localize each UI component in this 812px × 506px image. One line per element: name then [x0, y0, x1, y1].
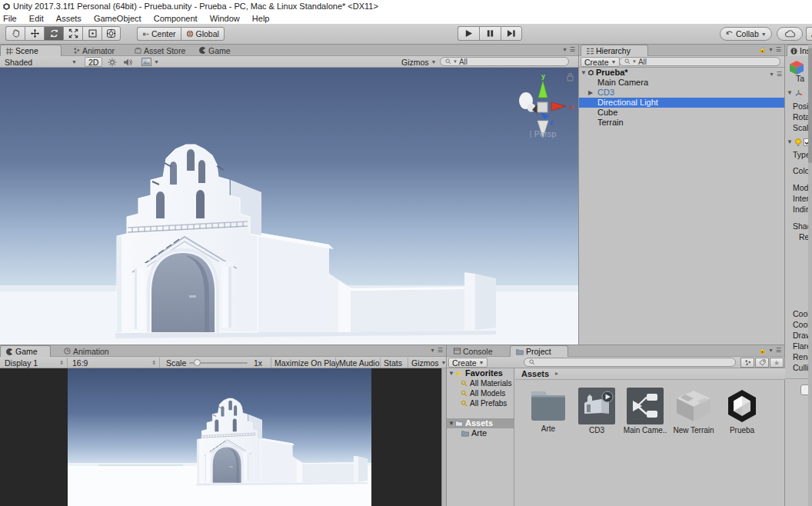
menu-component[interactable]: Component: [151, 13, 205, 24]
game-gizmos-dropdown[interactable]: Gizmos▼: [408, 358, 450, 368]
scene-effects-dropdown[interactable]: ▼: [138, 57, 162, 67]
favorite-all-materials[interactable]: All Materials: [447, 378, 514, 388]
scene-panel-menu-icon[interactable]: ▾ ☰: [564, 46, 576, 53]
scene-audio-button[interactable]: [123, 58, 132, 67]
scene-gizmos-dropdown[interactable]: Gizmos ▼: [398, 57, 440, 67]
stats-button[interactable]: Stats: [380, 358, 405, 368]
menu-file[interactable]: File: [0, 13, 24, 24]
step-button[interactable]: [501, 26, 522, 41]
gizmo-x-label: x: [570, 103, 574, 111]
project-toolbar: Create ▼ ★: [447, 357, 784, 368]
scrollbar-thumb[interactable]: [808, 48, 812, 163]
favorites-root[interactable]: ▼ ★ Favorites: [447, 368, 514, 378]
draw-mode-dropdown[interactable]: Shaded ▼: [2, 57, 80, 67]
search-filter-caret-icon: ▼: [453, 59, 458, 64]
favorite-all-prefabs[interactable]: All Prefabs: [447, 398, 514, 408]
maximize-on-play-button[interactable]: Maximize On Play: [271, 358, 343, 368]
asset-prueba-scene[interactable]: Prueba: [720, 388, 764, 434]
assets-child-arte[interactable]: Arte: [447, 428, 514, 438]
move-tool-button[interactable]: [25, 26, 44, 41]
scale-slider-track[interactable]: [189, 362, 248, 364]
search-by-label-button[interactable]: [755, 358, 769, 368]
hierarchy-panel-menu[interactable]: 🔒 ▾ ☰: [758, 46, 782, 53]
collab-button[interactable]: Collab ▼: [720, 27, 772, 41]
menu-gameobject[interactable]: GameObject: [91, 13, 148, 24]
scene-viewport[interactable]: y x z ⟨ Persp: [0, 68, 578, 345]
gizmo-x-axis-cone[interactable]: [551, 102, 566, 111]
tab-animator[interactable]: Animator: [68, 45, 120, 56]
inspector-scrollbar[interactable]: [808, 45, 812, 506]
hierarchy-item-cd3[interactable]: ▶ CD3: [579, 88, 785, 98]
tab-project[interactable]: Project: [510, 345, 568, 357]
toggle-2d-button[interactable]: 2D: [85, 57, 102, 67]
favorite-all-models[interactable]: All Models: [447, 388, 514, 398]
asset-cd3[interactable]: CD3: [574, 388, 619, 434]
project-search-input[interactable]: [524, 358, 736, 367]
light-foldout-icon[interactable]: ▼: [787, 138, 793, 145]
transform-tool-button[interactable]: [102, 26, 121, 41]
tab-scene[interactable]: Scene: [0, 45, 62, 56]
asset-arte[interactable]: Arte: [526, 388, 571, 433]
scene-lighting-button[interactable]: [108, 58, 117, 67]
tab-game-top[interactable]: Game: [194, 45, 236, 56]
caret-down-icon: ▼: [479, 360, 484, 365]
menu-edit[interactable]: Edit: [26, 13, 51, 24]
favorite-search-button[interactable]: ★: [770, 358, 784, 368]
hierarchy-scene-root[interactable]: ▼ Prueba* ▾ ☰: [579, 68, 785, 78]
hierarchy-item-terrain[interactable]: Terrain: [579, 118, 785, 128]
hierarchy-item-main-camera[interactable]: Main Camera: [579, 78, 785, 88]
foldout-open-icon[interactable]: ▼: [581, 68, 587, 78]
cloud-button[interactable]: [777, 27, 803, 41]
hierarchy-item-directional-light[interactable]: Directional Light: [579, 98, 785, 108]
game-viewport-area[interactable]: [0, 368, 446, 506]
gizmo-y-axis-cone[interactable]: [538, 81, 547, 98]
display-dropdown[interactable]: Display 1 ⇕: [2, 358, 68, 368]
tab-console[interactable]: Console: [448, 345, 498, 357]
account-button[interactable]: A: [806, 27, 812, 41]
rotation-global-button[interactable]: Global: [181, 27, 225, 41]
project-create-dropdown[interactable]: Create ▼: [448, 358, 488, 368]
lock-icon[interactable]: 🔒: [758, 46, 767, 53]
window-title: Unity 2017.3.1f1 Personal (64bit) - Prue…: [13, 2, 378, 11]
hand-icon: [11, 28, 21, 38]
hierarchy-item-cube[interactable]: Cube: [579, 108, 785, 118]
mute-audio-button[interactable]: Mute Audio: [335, 358, 383, 368]
tab-game[interactable]: Game: [0, 345, 51, 357]
game-panel-menu-icon[interactable]: ▾ ☰: [431, 347, 444, 354]
project-panel-menu-icon[interactable]: 🔒 ▾ ☰: [758, 347, 782, 354]
rect-tool-button[interactable]: [82, 26, 102, 41]
perspective-toggle[interactable]: ⟨ Persp: [529, 129, 556, 138]
breadcrumb[interactable]: Assets: [521, 369, 549, 378]
search-favorite-icon: [461, 380, 468, 387]
hierarchy-create-dropdown[interactable]: Create ▼: [581, 57, 620, 67]
rotate-tool-button[interactable]: [44, 26, 63, 41]
folder-open-icon: [455, 420, 463, 427]
tag-icon: [759, 359, 766, 366]
hierarchy-search-input[interactable]: ▼ All: [619, 57, 780, 66]
transform-foldout-icon[interactable]: ▼: [787, 89, 793, 96]
menu-help[interactable]: Help: [249, 13, 277, 24]
lock-icon[interactable]: 🔒: [758, 347, 767, 354]
asset-main-camera-controller[interactable]: Main Came..: [623, 388, 667, 434]
menu-window[interactable]: Window: [207, 13, 247, 24]
gizmo-z-axis-cone[interactable]: [541, 112, 549, 119]
lock-icon[interactable]: [567, 76, 573, 81]
scale-tool-button[interactable]: [63, 26, 82, 41]
asset-new-terrain[interactable]: New Terrain: [671, 388, 716, 434]
foldout-closed-icon[interactable]: ▶: [588, 88, 593, 98]
sun-icon: [108, 58, 117, 67]
menu-assets[interactable]: Assets: [53, 13, 88, 24]
aspect-ratio-dropdown[interactable]: 16:9 ⇕: [69, 358, 160, 368]
scale-slider-thumb[interactable]: [194, 359, 201, 366]
scene-search-input[interactable]: ▼ All: [440, 57, 569, 66]
pivot-center-button[interactable]: Center: [137, 27, 181, 41]
asset-store-tab-icon: [135, 47, 141, 54]
search-by-type-button[interactable]: [740, 358, 754, 368]
tab-animation[interactable]: Animation: [58, 345, 115, 357]
tab-asset-store[interactable]: Asset Store: [129, 45, 191, 56]
play-button[interactable]: [458, 26, 479, 41]
assets-root[interactable]: ▼ Assets: [447, 418, 514, 428]
pause-button[interactable]: [479, 26, 501, 41]
pan-tool-button[interactable]: [5, 26, 25, 41]
tab-hierarchy[interactable]: Hierarchy: [581, 45, 648, 56]
